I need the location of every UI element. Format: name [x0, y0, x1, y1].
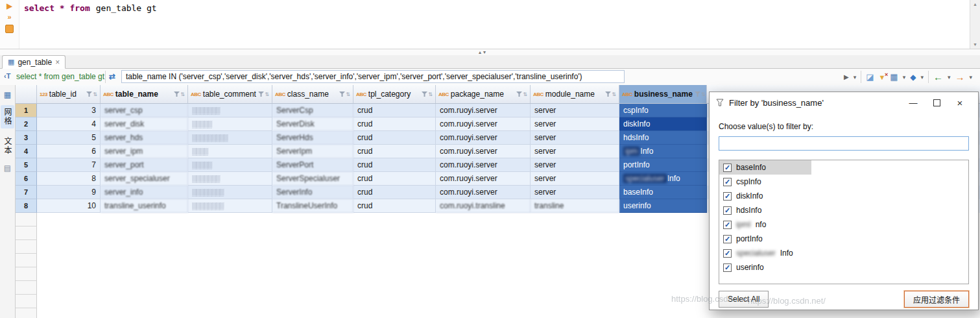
column-filter-icon[interactable]: ⇅: [86, 92, 97, 97]
apply-filter-button[interactable]: 应用过滤条件: [904, 291, 969, 308]
sash-collapse-icons[interactable]: ▴▾: [479, 49, 488, 55]
tab-text-view[interactable]: 文本: [1, 134, 14, 158]
cell-class_name[interactable]: ServerHds: [272, 131, 353, 145]
row-number[interactable]: 6: [16, 172, 37, 186]
empty-row-number[interactable]: [16, 267, 37, 281]
cell-module_name[interactable]: server: [531, 186, 619, 199]
filter-swap-icon[interactable]: ⇄: [109, 72, 115, 81]
column-sort-icon[interactable]: ⇅: [612, 92, 616, 97]
cell-tpl_category[interactable]: crud: [353, 186, 436, 199]
cell-tpl_category[interactable]: crud: [353, 158, 436, 172]
row-number[interactable]: 1: [16, 104, 37, 117]
nav-forward-button[interactable]: →: [955, 71, 964, 82]
cell-class_name[interactable]: ServerInfo: [272, 186, 353, 199]
filter-list-item[interactable]: ✓userinfo: [719, 260, 968, 275]
close-button[interactable]: ×: [948, 93, 972, 112]
cell-business_name[interactable]: specialuserInfo: [619, 172, 707, 186]
cell-table_id[interactable]: 10: [37, 199, 101, 213]
cell-table_comment[interactable]: ▒▒▒▒: [188, 145, 272, 158]
tab-gen-table[interactable]: ▦ gen_table ×: [2, 55, 66, 69]
cell-class_name[interactable]: TranslineUserInfo: [272, 199, 353, 213]
cell-module_name[interactable]: server: [531, 117, 619, 131]
row-number[interactable]: 7: [16, 186, 37, 199]
select-all-button[interactable]: Select All: [719, 291, 769, 308]
column-filter-icon[interactable]: ⇅: [339, 92, 350, 97]
empty-row-number[interactable]: [16, 226, 37, 240]
column-filter-icon[interactable]: ⇅: [516, 92, 527, 97]
cell-class_name[interactable]: ServerDisk: [272, 117, 353, 131]
cell-package_name[interactable]: com.ruoyi.transline: [436, 199, 531, 213]
cell-table_id[interactable]: 5: [37, 131, 101, 145]
cell-class_name[interactable]: ServerSpecialuser: [272, 172, 353, 186]
filter-list-item[interactable]: ✓cspInfo: [719, 175, 968, 189]
cell-table_comment[interactable]: ▒▒▒▒▒▒▒▒: [188, 186, 272, 199]
cell-table_comment[interactable]: ▒▒▒▒▒: [188, 158, 272, 172]
filter-expression-input[interactable]: [121, 70, 625, 83]
execute-script-icon[interactable]: »: [7, 14, 11, 21]
column-header-table_comment[interactable]: ABCtable_comment⇅: [188, 85, 272, 103]
filter-list-item[interactable]: ✓hdsInfo: [719, 203, 968, 217]
cell-table_name[interactable]: transline_userinfo: [101, 199, 188, 213]
panels-toggle-button[interactable]: ◆: [910, 73, 916, 82]
grid-options-caret[interactable]: ▾: [903, 74, 906, 80]
column-sort-icon[interactable]: ⇅: [180, 92, 185, 97]
column-header-class_name[interactable]: ABCclass_name⇅: [272, 85, 353, 103]
column-sort-icon[interactable]: ⇅: [265, 92, 269, 97]
empty-row-number[interactable]: [16, 240, 37, 254]
empty-row-number[interactable]: [16, 254, 37, 267]
cell-class_name[interactable]: ServerCsp: [272, 104, 353, 117]
cell-module_name[interactable]: server: [531, 131, 619, 145]
nav-forward-caret[interactable]: ▾: [969, 74, 972, 80]
cell-class_name[interactable]: ServerIpm: [272, 145, 353, 158]
dialog-titlebar[interactable]: Filter by 'business_name' — ×: [710, 92, 978, 113]
filter-list-item[interactable]: ✓portInfo: [719, 232, 968, 246]
cell-package_name[interactable]: com.ruoyi.server: [436, 131, 531, 145]
cell-table_name[interactable]: server_hds: [101, 131, 188, 145]
nav-back-caret[interactable]: ▾: [948, 74, 951, 80]
cell-table_comment[interactable]: ▒▒▒▒▒: [188, 117, 272, 131]
column-header-business_name[interactable]: ABCbusiness_name⇅: [619, 85, 707, 103]
scroll-down-icon[interactable]: ▼: [970, 42, 980, 47]
text-view-icon[interactable]: ▤: [4, 164, 11, 173]
grid-corner[interactable]: [16, 85, 37, 103]
column-header-table_id[interactable]: 123table_id⇅: [37, 85, 101, 103]
checkbox[interactable]: ✓: [723, 206, 732, 215]
cell-class_name[interactable]: ServerPort: [272, 158, 353, 172]
empty-row-number[interactable]: [16, 308, 37, 318]
filter-value-input[interactable]: [719, 136, 969, 151]
column-filter-icon[interactable]: ⇅: [422, 92, 433, 97]
cell-package_name[interactable]: com.ruoyi.server: [436, 145, 531, 158]
cell-table_id[interactable]: 4: [37, 117, 101, 131]
cell-module_name[interactable]: server: [531, 145, 619, 158]
checkbox[interactable]: ✓: [723, 249, 732, 258]
cell-business_name[interactable]: portInfo: [619, 158, 707, 172]
checkbox[interactable]: ✓: [723, 235, 732, 243]
cell-package_name[interactable]: com.ruoyi.server: [436, 158, 531, 172]
cell-table_name[interactable]: server_specialuser: [101, 172, 188, 186]
column-filter-icon[interactable]: ⇅: [695, 92, 706, 97]
cell-table_id[interactable]: 8: [37, 172, 101, 186]
cell-table_name[interactable]: server_port: [101, 158, 188, 172]
cell-tpl_category[interactable]: crud: [353, 145, 436, 158]
source-query-text[interactable]: select * from gen_table gt: [16, 72, 104, 81]
checkbox[interactable]: ✓: [723, 164, 732, 172]
checkbox[interactable]: ✓: [723, 221, 732, 229]
run-filter-button[interactable]: ▶: [844, 73, 849, 80]
column-sort-icon[interactable]: ⇅: [93, 92, 97, 97]
cell-module_name[interactable]: server: [531, 172, 619, 186]
column-sort-icon[interactable]: ⇅: [346, 92, 350, 97]
editor-scrollbar[interactable]: ▲ ▼: [970, 0, 980, 49]
filter-list-item[interactable]: ✓baseInfo: [719, 160, 968, 175]
filter-list-item[interactable]: ✓diskInfo: [719, 189, 968, 203]
nav-back-button[interactable]: ←: [933, 71, 943, 82]
filter-value-list[interactable]: ✓baseInfo✓cspInfo✓diskInfo✓hdsInfo✓ipmIn…: [719, 160, 969, 284]
checkbox[interactable]: ✓: [723, 178, 732, 186]
empty-row-number[interactable]: [16, 295, 37, 308]
cell-table_comment[interactable]: ▒▒▒▒▒▒▒▒▒: [188, 131, 272, 145]
cell-package_name[interactable]: com.ruoyi.server: [436, 117, 531, 131]
cell-table_comment[interactable]: ▒▒▒▒▒▒▒▒: [188, 199, 272, 213]
empty-row-number[interactable]: [16, 213, 37, 226]
cell-tpl_category[interactable]: crud: [353, 199, 436, 213]
cell-package_name[interactable]: com.ruoyi.server: [436, 186, 531, 199]
cell-business_name[interactable]: baseInfo: [619, 186, 707, 199]
